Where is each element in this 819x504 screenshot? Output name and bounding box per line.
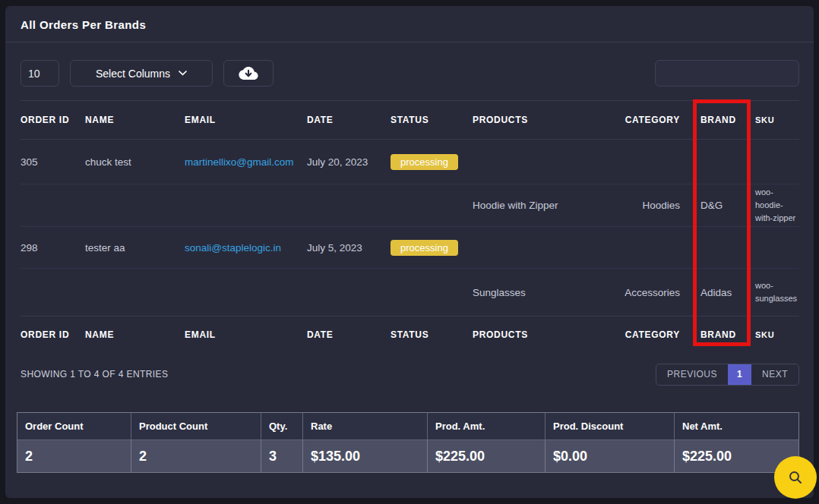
col-footer-status: STATUS (391, 329, 473, 340)
email-link[interactable]: martinellixo@gmail.com (185, 156, 294, 168)
table-header-row: ORDER ID NAME EMAIL DATE STATUS PRODUCTS… (21, 100, 799, 140)
col-header-order-id[interactable]: ORDER ID (21, 115, 85, 125)
totals-value-order-count: 2 (17, 440, 131, 472)
cell-products: Hoodie with Zipper (473, 200, 600, 211)
select-columns-dropdown[interactable]: Select Columns (70, 60, 213, 87)
status-badge: processing (391, 240, 458, 256)
table-row: Sunglasses Accessories Adidas woo-sungla… (21, 269, 799, 316)
cell-order-id: 298 (21, 242, 85, 254)
cell-brand: D&G (694, 200, 751, 211)
cell-name: chuck test (85, 156, 185, 168)
col-header-name[interactable]: NAME (85, 115, 185, 125)
entries-summary: SHOWING 1 TO 4 OF 4 ENTRIES (21, 369, 168, 380)
table-row: 305 chuck test martinellixo@gmail.com Ju… (21, 140, 799, 184)
col-footer-sku: SKU (751, 329, 799, 342)
totals-table: Order Count Product Count Qty. Rate Prod… (17, 412, 799, 473)
search-icon (787, 469, 804, 486)
col-header-products[interactable]: PRODUCTS (473, 115, 600, 125)
next-page-button[interactable]: NEXT (751, 364, 798, 385)
cloud-download-icon (239, 65, 258, 81)
select-columns-label: Select Columns (96, 68, 170, 80)
page-title: All Orders Per Brands (21, 18, 798, 31)
col-footer-order-id: ORDER ID (21, 329, 85, 340)
col-header-category[interactable]: CATEGORY (600, 115, 694, 125)
totals-value-qty: 3 (261, 440, 303, 472)
totals-header-net-amt: Net Amt. (675, 413, 798, 440)
export-button[interactable] (223, 60, 274, 87)
col-header-brand[interactable]: BRAND (694, 115, 751, 125)
search-input[interactable] (655, 60, 799, 87)
totals-values-row: 2 2 3 $135.00 $225.00 $0.00 $225.00 (17, 440, 798, 472)
table-row: Hoodie with Zipper Hoodies D&G woo-hoodi… (21, 184, 799, 227)
col-footer-name: NAME (85, 329, 185, 340)
col-footer-date: DATE (307, 329, 391, 340)
cell-name: tester aa (85, 242, 185, 254)
chevron-down-icon (179, 71, 187, 76)
cell-date: July 20, 2023 (307, 156, 391, 168)
totals-value-product-count: 2 (131, 440, 261, 472)
col-footer-email: EMAIL (185, 329, 307, 340)
col-header-email[interactable]: EMAIL (185, 115, 307, 125)
totals-header-qty: Qty. (261, 413, 303, 440)
previous-page-button[interactable]: PREVIOUS (656, 364, 728, 385)
table-controls: Select Columns (21, 60, 799, 87)
page-size-input[interactable] (21, 60, 59, 87)
table-row: 298 tester aa sonali@staplelogic.in July… (21, 227, 799, 269)
orders-card: All Orders Per Brands Select Columns ORD… (5, 6, 814, 498)
col-header-status[interactable]: STATUS (391, 115, 473, 125)
table-footer: SHOWING 1 TO 4 OF 4 ENTRIES PREVIOUS 1 N… (21, 363, 799, 386)
cell-order-id: 305 (21, 156, 85, 168)
col-footer-products: PRODUCTS (473, 329, 600, 340)
cell-sku: woo-hoodie-with-zipper (751, 186, 799, 225)
totals-value-rate: $135.00 (303, 440, 428, 472)
totals-header-order-count: Order Count (17, 413, 131, 440)
cell-date: July 5, 2023 (307, 242, 391, 254)
status-badge: processing (391, 154, 458, 170)
cell-sku: woo-sunglasses (751, 279, 799, 305)
totals-header-rate: Rate (303, 413, 428, 440)
totals-value-prod-discount: $0.00 (545, 440, 675, 472)
cell-category: Hoodies (600, 200, 694, 211)
col-header-date[interactable]: DATE (307, 115, 391, 125)
col-footer-brand: BRAND (694, 329, 751, 340)
search-fab[interactable] (774, 456, 817, 499)
cell-brand: Adidas (694, 287, 751, 298)
col-header-sku[interactable]: SKU (751, 114, 799, 127)
cell-category: Accessories (600, 287, 694, 298)
card-header: All Orders Per Brands (5, 6, 814, 43)
col-footer-category: CATEGORY (600, 329, 694, 340)
totals-header-prod-discount: Prod. Discount (545, 413, 675, 440)
email-link[interactable]: sonali@staplelogic.in (185, 242, 281, 254)
totals-value-prod-amt: $225.00 (428, 440, 545, 472)
page-number-button[interactable]: 1 (728, 364, 751, 385)
totals-header-row: Order Count Product Count Qty. Rate Prod… (17, 413, 798, 440)
table-footer-header-row: ORDER ID NAME EMAIL DATE STATUS PRODUCTS… (21, 316, 799, 353)
pagination: PREVIOUS 1 NEXT (656, 364, 799, 386)
totals-header-prod-amt: Prod. Amt. (428, 413, 545, 440)
totals-header-product-count: Product Count (131, 413, 261, 440)
orders-table: ORDER ID NAME EMAIL DATE STATUS PRODUCTS… (21, 100, 799, 353)
cell-products: Sunglasses (473, 287, 600, 298)
